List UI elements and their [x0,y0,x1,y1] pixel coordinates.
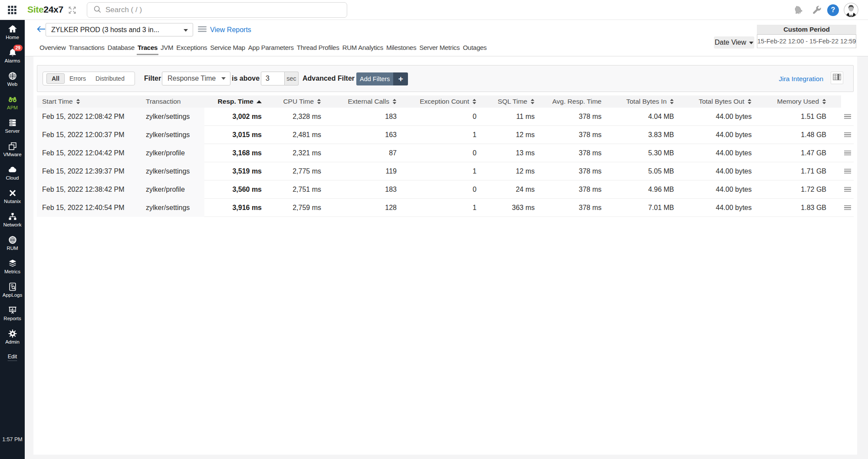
segment-distributed[interactable]: Distributed [91,75,129,82]
column-header-resp-time[interactable]: Resp. Time [204,95,264,108]
sidebar-edit-link[interactable]: Edit [8,354,17,361]
cell-external-calls: 128 [324,199,399,217]
sidebar-item-cloud[interactable]: Cloud [0,162,25,186]
cell-sql-time: 24 ms [479,180,537,199]
cell-memory-used: 1.71 GB [754,162,841,180]
threshold-input[interactable]: 3 [261,72,285,85]
table-row[interactable]: Feb 15, 2022 12:40:54 PM zylker/settings… [37,199,854,217]
view-reports-link[interactable]: View Reports [198,26,251,34]
tab-overview[interactable]: Overview [39,41,67,55]
admin-gear-icon [8,328,17,338]
help-icon[interactable]: ? [827,0,839,20]
cell-transaction: zylker/profile [145,144,204,162]
cell-total-bytes-in: 5.05 MB [604,162,677,180]
column-header-cpu-time[interactable]: CPU Time [264,95,324,108]
date-view-button[interactable]: Date View [714,36,754,49]
cell-avg-resp-time: 378 ms [537,126,604,144]
tab-service-map[interactable]: Service Map [209,41,246,55]
add-filters-button[interactable]: Add Filters + [356,72,408,85]
filter-bar: All Errors Distributed Filter Response T… [37,65,854,92]
tab-server-metrics[interactable]: Server Metrics [418,41,460,55]
sidebar-item-network[interactable]: Network [0,209,25,233]
column-header-transaction[interactable]: Transaction [145,95,204,108]
column-header-sql-time[interactable]: SQL Time [479,95,537,108]
row-menu-button[interactable] [841,144,854,162]
tab-thread-profiles[interactable]: Thread Profiles [296,41,340,55]
segment-all[interactable]: All [46,73,65,84]
column-header-memory-used[interactable]: Memory Used [754,95,841,108]
tab-milestones[interactable]: Milestones [385,41,417,55]
sort-icon [822,95,826,108]
column-header-avg-resp-time[interactable]: Avg. Resp. Time [537,95,604,108]
sidebar-item-server[interactable]: Server [0,115,25,139]
expand-icon[interactable] [68,6,76,16]
filter-field-dropdown[interactable]: Response Time [162,72,230,85]
sidebar-item-metrics[interactable]: Metrics [0,256,25,279]
sidebar-item-label: Web [7,82,17,87]
cell-memory-used: 1.72 GB [754,180,841,199]
sidebar-item-reports[interactable]: Reports [0,303,25,326]
column-header-label: CPU Time [283,98,314,105]
cell-avg-resp-time: 378 ms [537,144,604,162]
jira-integration-link[interactable]: Jira Integration [779,75,823,83]
sidebar-item-home[interactable]: Home [0,22,25,45]
chevron-down-icon [184,29,188,32]
tools-wrench-icon[interactable] [811,0,822,20]
filter-field-value: Response Time [168,75,216,82]
table-row[interactable]: Feb 15, 2022 12:38:42 PM zylker/profile … [37,180,854,199]
global-search-input[interactable]: Search ( / ) [87,2,347,18]
column-header-exception-count[interactable]: Exception Count [399,95,479,108]
tab-transactions[interactable]: Transactions [68,41,105,55]
segment-errors[interactable]: Errors [65,75,91,82]
app-launcher-grid-icon[interactable] [7,5,17,15]
row-menu-button[interactable] [841,162,854,180]
cell-avg-resp-time: 378 ms [537,180,604,199]
add-filters-label: Add Filters [356,72,393,85]
custom-period-range[interactable]: 15-Feb-22 12:00 - 15-Feb-22 12:59 [757,34,856,48]
tab-jvm[interactable]: JVM [160,41,174,55]
row-menu-button[interactable] [841,199,854,217]
tab-app-parameters[interactable]: App Parameters [247,41,295,55]
sidebar-item-admin[interactable]: Admin [0,326,25,350]
tab-rum-analytics[interactable]: RUM Analytics [342,41,384,55]
column-header-label: Memory Used [777,98,819,105]
row-menu-button[interactable] [841,108,854,126]
table-row[interactable]: Feb 15, 2022 12:39:37 PM zylker/settings… [37,162,854,180]
application-selector-dropdown[interactable]: ZYLKER PROD (3 hosts and 3 in... [46,23,193,36]
site24x7-logo[interactable]: Site24x7 [27,4,63,15]
tab-database[interactable]: Database [107,41,135,55]
row-menu-button[interactable] [841,126,854,144]
table-row[interactable]: Feb 15, 2022 12:08:42 PM zylker/settings… [37,108,854,126]
tab-outages[interactable]: Outages [462,41,487,55]
sidebar-item-web[interactable]: Web [0,69,25,92]
sidebar-item-rum[interactable]: RUM [0,233,25,256]
sidebar-item-vmware[interactable]: VMware [0,139,25,162]
column-header-label: Avg. Resp. Time [552,98,602,105]
sidebar-clock: 1:57 PM [0,436,25,443]
column-header-menu [841,95,854,108]
sidebar-item-apm[interactable]: APM [0,92,25,115]
column-header-total-bytes-in[interactable]: Total Bytes In [604,95,677,108]
back-arrow-button[interactable] [37,26,46,34]
column-header-external-calls[interactable]: External Calls [324,95,399,108]
custom-period-label: Custom Period [757,25,856,34]
sidebar-item-nutanix[interactable]: Nutanix [0,186,25,209]
tab-traces[interactable]: Traces [137,41,158,55]
user-avatar[interactable] [844,0,858,20]
notification-bell-icon[interactable] [792,0,804,20]
cell-memory-used: 1.51 GB [754,108,841,126]
applogs-icon [8,282,17,292]
sidebar-item-label: Nutanix [4,199,21,204]
tab-exceptions[interactable]: Exceptions [175,41,208,55]
column-header-total-bytes-out[interactable]: Total Bytes Out [677,95,754,108]
row-menu-button[interactable] [841,180,854,199]
cell-cpu-time: 2,481 ms [264,126,324,144]
column-chooser-button[interactable] [831,72,843,84]
search-placeholder: Search ( / ) [105,6,142,14]
column-header-start-time[interactable]: Start Time [37,95,145,108]
cell-memory-used: 1.83 GB [754,199,841,217]
sidebar-item-applogs[interactable]: AppLogs [0,279,25,303]
table-row[interactable]: Feb 15, 2022 12:04:42 PM zylker/profile … [37,144,854,162]
table-row[interactable]: Feb 15, 2022 12:00:37 PM zylker/settings… [37,126,854,144]
sidebar-item-alarms[interactable]: 29 Alarms [0,45,25,69]
